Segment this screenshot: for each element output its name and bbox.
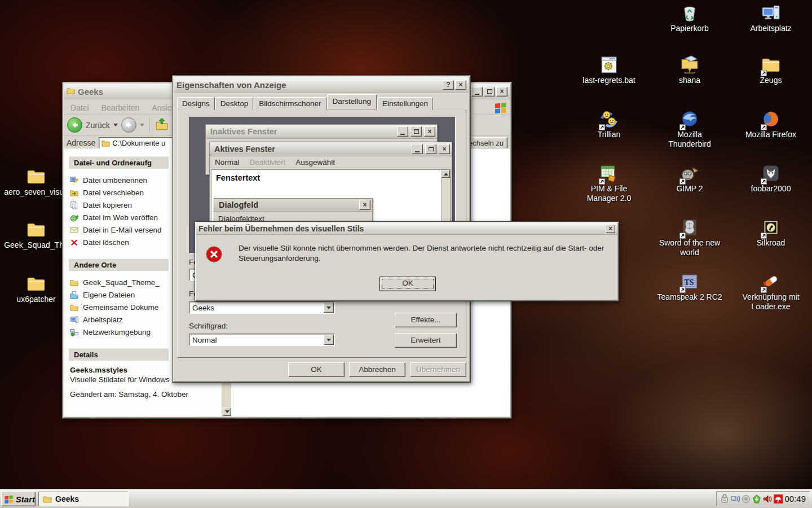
ok-button[interactable]: OK <box>288 362 345 377</box>
desktop-icon-zeugs[interactable]: Zeugs <box>737 55 805 85</box>
desktop-icon-label: Teamspeak 2 RC2 <box>656 292 723 302</box>
desktop-icon-label: Trillian <box>575 130 643 139</box>
shortcut-arrow-icon <box>599 178 605 184</box>
tab-designs[interactable]: Designs <box>177 97 215 110</box>
desktop-icon-last-regrets-bat[interactable]: last-regrets.bat <box>575 55 643 85</box>
rename-icon <box>70 176 78 185</box>
menu-datei[interactable]: Datei <box>64 103 95 112</box>
desktop-icon-label: Verknüpfung mit Loader.exe <box>737 292 805 312</box>
back-dropdown-icon[interactable] <box>113 124 118 126</box>
shortcut-arrow-icon <box>761 178 767 184</box>
start-button[interactable]: Start <box>1 492 36 506</box>
desktop-icon-label: GIMP 2 <box>656 184 723 194</box>
preview-active-title: Aktives Fenster <box>214 144 409 154</box>
update-icon[interactable] <box>752 494 761 503</box>
back-button-label[interactable]: Zurück <box>86 121 110 130</box>
tasks-section-header[interactable]: Datei- und Ordneraufg <box>69 156 169 169</box>
taskbar-task-geeks[interactable]: Geeks <box>38 492 129 506</box>
details-section-header[interactable]: Details <box>69 348 169 361</box>
minimize-button[interactable] <box>471 87 483 97</box>
desktop-icon-sword-of-the-new-world[interactable]: Sword of the new world <box>656 218 723 257</box>
desktop-icon-gimp-2[interactable]: GIMP 2 <box>656 164 723 194</box>
folder-icon <box>27 220 46 239</box>
desktop-icon-papierkorb[interactable]: Papierkorb <box>656 3 723 33</box>
address-label: Adresse <box>67 138 95 147</box>
shortcut-arrow-icon <box>761 286 767 292</box>
folder-icon <box>102 139 110 147</box>
preview-window-text: Fenstertext <box>211 170 450 186</box>
back-button[interactable] <box>67 117 82 133</box>
places-section-header[interactable]: Andere Orte <box>69 259 169 271</box>
font-size-combobox[interactable]: Normal <box>189 334 335 346</box>
teamspeak-icon: TS <box>680 272 699 291</box>
desktop-icon-mozilla-thunderbird[interactable]: Mozilla Thunderbird <box>656 110 723 149</box>
scroll-down-button[interactable] <box>223 408 231 416</box>
advanced-button[interactable]: Erweitert <box>395 333 457 348</box>
desktop-icon-aero-seven-visua[interactable]: aero_seven_visua <box>2 167 70 197</box>
desktop-icon-arbeitsplatz[interactable]: Arbeitsplatz <box>737 3 805 33</box>
sidebar-item-label: Datei verschieben <box>83 189 144 197</box>
shortcut-arrow-icon <box>599 124 605 130</box>
dropdown-arrow-icon <box>324 303 334 313</box>
up-folder-button[interactable] <box>155 117 169 133</box>
delete-icon <box>70 238 78 247</box>
preview-menu-ausgewählt: Ausgewählt <box>290 158 340 167</box>
desktop-icon-mozilla-firefox[interactable]: Mozilla Firefox <box>737 110 805 139</box>
desktop-icon-foobar2000[interactable]: foobar2000 <box>737 164 805 194</box>
sidebar-item-label: Datei im Web veröffen <box>83 213 158 222</box>
desktop-icon-geek-squad-the[interactable]: Geek_Squad_The <box>2 220 70 250</box>
desktop-icon-trillian[interactable]: Trillian <box>575 110 643 139</box>
desktop-icon-shana[interactable]: shana <box>656 55 723 85</box>
error-dialog: Fehler beim Übernehmen des visuellen Sti… <box>195 221 619 301</box>
tab-einstellungen[interactable]: Einstellungen <box>377 97 433 110</box>
desktop-icon-silkroad[interactable]: Silkroad <box>737 218 805 248</box>
desktop-icon-loader-exe[interactable]: Verknüpfung mit Loader.exe <box>737 272 805 312</box>
copy-icon <box>70 201 78 209</box>
desktop-icon-label: PIM & File Manager 2.0 <box>575 184 643 203</box>
effects-button[interactable]: Effekte... <box>395 313 457 327</box>
pim-icon <box>599 164 619 183</box>
close-button[interactable]: × <box>455 80 466 90</box>
apply-button: Übernehmen <box>410 362 466 377</box>
maximize-button[interactable] <box>484 87 495 97</box>
cancel-button[interactable]: Abbrechen <box>349 362 405 377</box>
forward-button[interactable] <box>121 117 136 133</box>
desktop-icon-ux6patcher[interactable]: ux6patcher <box>2 274 70 304</box>
task-label: Geeks <box>55 494 79 503</box>
folder-icon <box>27 274 46 294</box>
folder-icon <box>761 55 780 75</box>
input-language-icon[interactable] <box>720 494 729 503</box>
desktop-icon-label: aero_seven_visua <box>2 187 70 197</box>
help-button[interactable]: ? <box>443 80 454 90</box>
dialog-titlebar[interactable]: Eigenschaften von Anzeige ? × <box>174 77 469 93</box>
network-icon[interactable] <box>731 494 740 503</box>
computer-icon <box>761 3 780 23</box>
sidebar-item-label: Netzwerkumgebung <box>83 328 151 336</box>
desktop-icon-teamspeak-2-rc2[interactable]: TSTeamspeak 2 RC2 <box>656 272 723 302</box>
error-ok-button[interactable]: OK <box>379 277 436 291</box>
desktop-icon-label: foobar2000 <box>737 184 805 194</box>
desktop-icon-pim-file-manager[interactable]: PIM & File Manager 2.0 <box>575 164 643 203</box>
desktop-icon-label: last-regrets.bat <box>575 76 643 85</box>
font-size-label: Schriftgrad: <box>189 322 228 330</box>
folder-icon <box>43 494 52 503</box>
menu-bearbeiten[interactable]: Bearbeiten <box>95 103 146 112</box>
sword-icon <box>680 218 699 237</box>
color-scheme-combobox[interactable]: Geeks <box>189 301 335 314</box>
volume-muted-icon[interactable] <box>742 494 751 503</box>
antivirus-icon[interactable] <box>774 494 783 503</box>
desktop-icon-label: ux6patcher <box>2 295 70 304</box>
speaker-icon[interactable] <box>763 494 772 503</box>
error-titlebar[interactable]: Fehler beim Übernehmen des visuellen Sti… <box>196 223 617 235</box>
forward-dropdown-icon[interactable] <box>140 124 144 126</box>
desktop-icon-label: Zeugs <box>737 76 805 85</box>
publish-icon <box>70 213 78 222</box>
tab-bildschirmschoner[interactable]: Bildschirmschoner <box>254 97 326 110</box>
pill-icon <box>761 272 780 291</box>
tab-darstellung[interactable]: Darstellung <box>327 94 377 110</box>
shortcut-arrow-icon <box>761 232 767 238</box>
close-button[interactable]: × <box>496 87 508 97</box>
shared-folder-icon <box>680 55 699 75</box>
close-button[interactable]: × <box>606 225 615 233</box>
tab-desktop[interactable]: Desktop <box>215 97 254 110</box>
